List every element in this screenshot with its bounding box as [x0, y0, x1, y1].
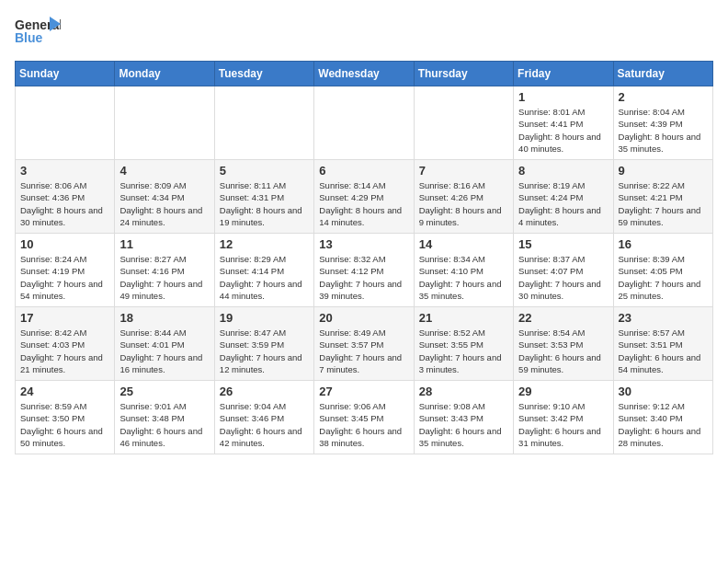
- day-info: Sunrise: 8:01 AM Sunset: 4:41 PM Dayligh…: [518, 106, 608, 155]
- calendar-cell: 24Sunrise: 8:59 AM Sunset: 3:50 PM Dayli…: [16, 381, 115, 454]
- day-number: 30: [619, 385, 708, 398]
- day-info: Sunrise: 9:06 AM Sunset: 3:45 PM Dayligh…: [319, 400, 408, 449]
- day-info: Sunrise: 8:19 AM Sunset: 4:24 PM Dayligh…: [518, 179, 608, 228]
- day-info: Sunrise: 8:47 AM Sunset: 3:59 PM Dayligh…: [220, 327, 309, 375]
- day-info: Sunrise: 8:34 AM Sunset: 4:10 PM Dayligh…: [419, 253, 508, 302]
- calendar-cell: 16Sunrise: 8:39 AM Sunset: 4:05 PM Dayli…: [613, 234, 712, 307]
- day-info: Sunrise: 9:01 AM Sunset: 3:48 PM Dayligh…: [119, 400, 209, 449]
- calendar-cell: [115, 86, 214, 160]
- svg-text:Blue: Blue: [15, 30, 43, 45]
- calendar-cell: 5Sunrise: 8:11 AM Sunset: 4:31 PM Daylig…: [214, 160, 313, 234]
- logo-icon: GeneralBlue: [15, 15, 61, 52]
- day-number: 27: [319, 385, 408, 398]
- day-number: 2: [619, 90, 708, 104]
- day-info: Sunrise: 8:09 AM Sunset: 4:34 PM Dayligh…: [119, 179, 209, 228]
- day-number: 13: [319, 237, 408, 251]
- day-info: Sunrise: 9:10 AM Sunset: 3:42 PM Dayligh…: [518, 400, 608, 449]
- day-number: 29: [518, 385, 608, 398]
- calendar-cell: 21Sunrise: 8:52 AM Sunset: 3:55 PM Dayli…: [414, 307, 513, 381]
- day-info: Sunrise: 8:54 AM Sunset: 3:53 PM Dayligh…: [518, 327, 608, 375]
- day-number: 3: [20, 164, 109, 178]
- day-info: Sunrise: 8:39 AM Sunset: 4:05 PM Dayligh…: [619, 253, 708, 302]
- day-info: Sunrise: 8:04 AM Sunset: 4:39 PM Dayligh…: [619, 106, 708, 155]
- day-info: Sunrise: 8:49 AM Sunset: 3:57 PM Dayligh…: [319, 327, 408, 375]
- day-number: 9: [619, 164, 708, 178]
- calendar-cell: 1Sunrise: 8:01 AM Sunset: 4:41 PM Daylig…: [514, 86, 613, 160]
- day-info: Sunrise: 8:06 AM Sunset: 4:36 PM Dayligh…: [20, 179, 109, 228]
- calendar-cell: [314, 86, 414, 160]
- day-number: 12: [220, 237, 309, 251]
- day-number: 26: [220, 385, 309, 398]
- calendar-cell: [16, 86, 115, 160]
- calendar-cell: 23Sunrise: 8:57 AM Sunset: 3:51 PM Dayli…: [613, 307, 712, 381]
- header-day-wednesday: Wednesday: [314, 62, 414, 86]
- calendar-cell: 29Sunrise: 9:10 AM Sunset: 3:42 PM Dayli…: [514, 381, 613, 454]
- calendar-cell: 7Sunrise: 8:16 AM Sunset: 4:26 PM Daylig…: [414, 160, 513, 234]
- header-day-friday: Friday: [514, 62, 613, 86]
- calendar-cell: 15Sunrise: 8:37 AM Sunset: 4:07 PM Dayli…: [514, 234, 613, 307]
- day-info: Sunrise: 8:37 AM Sunset: 4:07 PM Dayligh…: [518, 253, 608, 302]
- calendar-header: SundayMondayTuesdayWednesdayThursdayFrid…: [16, 62, 713, 86]
- calendar-cell: 27Sunrise: 9:06 AM Sunset: 3:45 PM Dayli…: [314, 381, 414, 454]
- calendar-cell: 30Sunrise: 9:12 AM Sunset: 3:40 PM Dayli…: [613, 381, 712, 454]
- calendar-cell: 12Sunrise: 8:29 AM Sunset: 4:14 PM Dayli…: [214, 234, 313, 307]
- calendar-body: 1Sunrise: 8:01 AM Sunset: 4:41 PM Daylig…: [16, 86, 713, 454]
- day-info: Sunrise: 8:32 AM Sunset: 4:12 PM Dayligh…: [319, 253, 408, 302]
- day-number: 22: [518, 311, 608, 325]
- day-number: 28: [419, 385, 508, 398]
- day-info: Sunrise: 9:12 AM Sunset: 3:40 PM Dayligh…: [619, 400, 708, 449]
- header-row: SundayMondayTuesdayWednesdayThursdayFrid…: [16, 62, 713, 86]
- day-info: Sunrise: 8:11 AM Sunset: 4:31 PM Dayligh…: [220, 179, 309, 228]
- day-number: 10: [20, 237, 109, 251]
- calendar-cell: 3Sunrise: 8:06 AM Sunset: 4:36 PM Daylig…: [16, 160, 115, 234]
- day-info: Sunrise: 8:57 AM Sunset: 3:51 PM Dayligh…: [619, 327, 708, 375]
- week-row-3: 10Sunrise: 8:24 AM Sunset: 4:19 PM Dayli…: [16, 234, 713, 307]
- day-info: Sunrise: 8:59 AM Sunset: 3:50 PM Dayligh…: [20, 400, 109, 449]
- calendar-cell: 11Sunrise: 8:27 AM Sunset: 4:16 PM Dayli…: [115, 234, 214, 307]
- header-day-sunday: Sunday: [16, 62, 115, 86]
- calendar-cell: 9Sunrise: 8:22 AM Sunset: 4:21 PM Daylig…: [613, 160, 712, 234]
- header-day-monday: Monday: [115, 62, 214, 86]
- page-header: GeneralBlue: [15, 15, 713, 52]
- calendar-cell: [414, 86, 513, 160]
- calendar-cell: 17Sunrise: 8:42 AM Sunset: 4:03 PM Dayli…: [16, 307, 115, 381]
- day-info: Sunrise: 8:27 AM Sunset: 4:16 PM Dayligh…: [119, 253, 209, 302]
- day-info: Sunrise: 8:22 AM Sunset: 4:21 PM Dayligh…: [619, 179, 708, 228]
- calendar-cell: 19Sunrise: 8:47 AM Sunset: 3:59 PM Dayli…: [214, 307, 313, 381]
- day-number: 23: [619, 311, 708, 325]
- week-row-2: 3Sunrise: 8:06 AM Sunset: 4:36 PM Daylig…: [16, 160, 713, 234]
- day-info: Sunrise: 8:44 AM Sunset: 4:01 PM Dayligh…: [119, 327, 209, 375]
- week-row-5: 24Sunrise: 8:59 AM Sunset: 3:50 PM Dayli…: [16, 381, 713, 454]
- header-day-tuesday: Tuesday: [214, 62, 313, 86]
- calendar-cell: 2Sunrise: 8:04 AM Sunset: 4:39 PM Daylig…: [613, 86, 712, 160]
- day-number: 14: [419, 237, 508, 251]
- header-day-saturday: Saturday: [613, 62, 712, 86]
- calendar-cell: 22Sunrise: 8:54 AM Sunset: 3:53 PM Dayli…: [514, 307, 613, 381]
- day-number: 11: [119, 237, 209, 251]
- logo: GeneralBlue: [15, 15, 61, 52]
- calendar-cell: 8Sunrise: 8:19 AM Sunset: 4:24 PM Daylig…: [514, 160, 613, 234]
- day-number: 7: [419, 164, 508, 178]
- day-number: 21: [419, 311, 508, 325]
- calendar-cell: 25Sunrise: 9:01 AM Sunset: 3:48 PM Dayli…: [115, 381, 214, 454]
- day-number: 1: [518, 90, 608, 104]
- day-number: 15: [518, 237, 608, 251]
- calendar-cell: 18Sunrise: 8:44 AM Sunset: 4:01 PM Dayli…: [115, 307, 214, 381]
- day-info: Sunrise: 8:29 AM Sunset: 4:14 PM Dayligh…: [220, 253, 309, 302]
- calendar-table: SundayMondayTuesdayWednesdayThursdayFrid…: [15, 61, 713, 454]
- day-info: Sunrise: 9:04 AM Sunset: 3:46 PM Dayligh…: [220, 400, 309, 449]
- day-info: Sunrise: 8:14 AM Sunset: 4:29 PM Dayligh…: [319, 179, 408, 228]
- calendar-cell: 6Sunrise: 8:14 AM Sunset: 4:29 PM Daylig…: [314, 160, 414, 234]
- day-info: Sunrise: 8:42 AM Sunset: 4:03 PM Dayligh…: [20, 327, 109, 375]
- calendar-cell: 28Sunrise: 9:08 AM Sunset: 3:43 PM Dayli…: [414, 381, 513, 454]
- day-number: 20: [319, 311, 408, 325]
- day-number: 5: [220, 164, 309, 178]
- day-number: 4: [119, 164, 209, 178]
- day-info: Sunrise: 8:52 AM Sunset: 3:55 PM Dayligh…: [419, 327, 508, 375]
- day-info: Sunrise: 8:24 AM Sunset: 4:19 PM Dayligh…: [20, 253, 109, 302]
- week-row-4: 17Sunrise: 8:42 AM Sunset: 4:03 PM Dayli…: [16, 307, 713, 381]
- day-number: 19: [220, 311, 309, 325]
- calendar-cell: 10Sunrise: 8:24 AM Sunset: 4:19 PM Dayli…: [16, 234, 115, 307]
- calendar-cell: 26Sunrise: 9:04 AM Sunset: 3:46 PM Dayli…: [214, 381, 313, 454]
- calendar-cell: 20Sunrise: 8:49 AM Sunset: 3:57 PM Dayli…: [314, 307, 414, 381]
